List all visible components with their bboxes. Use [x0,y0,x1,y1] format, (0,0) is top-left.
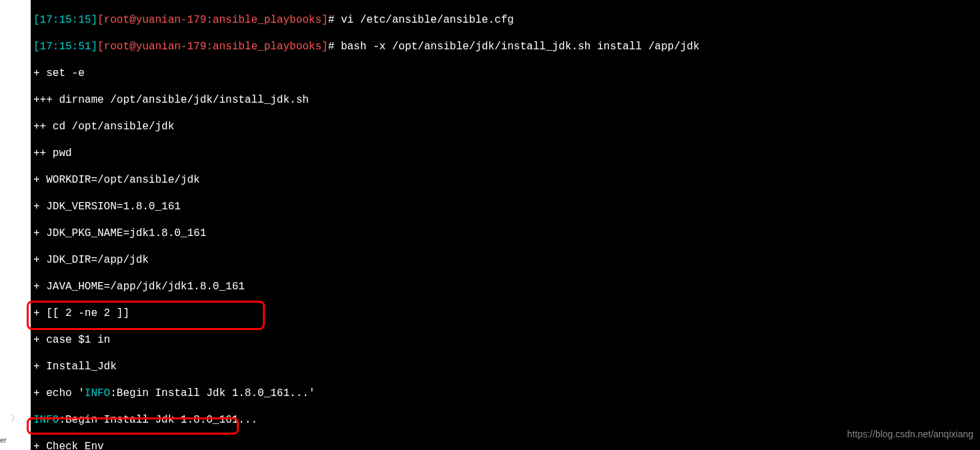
terminal-line: [17:15:51][root@yuanian-179:ansible_play… [33,40,977,53]
info-msg: :Begin Install Jdk 1.8.0_161... [59,414,258,426]
terminal-line: + [[ 2 -ne 2 ]] [33,307,977,320]
collapse-arrow: 〉 [11,412,20,425]
timestamp: [17:15:15] [33,14,97,26]
timestamp: [17:15:51] [33,41,97,53]
info-label: INFO [85,387,110,399]
terminal-line: ++ pwd [33,147,977,160]
terminal-line: + echo 'INFO:Begin Install Jdk 1.8.0_161… [33,387,977,400]
terminal-line: [17:15:15][root@yuanian-179:ansible_play… [33,13,977,27]
terminal-line: ++ cd /opt/ansible/jdk [33,120,977,133]
terminal-line: + JAVA_HOME=/app/jdk/jdk1.8.0_161 [33,280,977,293]
terminal-line: + Install_Jdk [33,360,977,373]
echo-text: + echo ' [33,387,85,399]
prompt: [root@yuanian-179:ansible_playbooks] [97,41,328,53]
echo-text: :Begin Install Jdk 1.8.0_161...' [110,387,315,399]
terminal-line: + JDK_PKG_NAME=jdk1.8.0_161 [33,227,977,240]
terminal-line: + WORKDIR=/opt/ansible/jdk [33,173,977,187]
terminal-line: + Check_Env [33,440,977,450]
terminal-line: + JDK_VERSION=1.8.0_161 [33,200,977,213]
prompt: [root@yuanian-179:ansible_playbooks] [97,14,328,26]
command: # bash -x /opt/ansible/jdk/install_jdk.s… [328,41,700,53]
terminal-output[interactable]: [17:15:15][root@yuanian-179:ansible_play… [31,0,980,450]
command: # vi /etc/ansible/ansible.cfg [328,14,514,26]
terminal-line: + case $1 in [33,333,977,347]
watermark-text: https://blog.csdn.net/anqixiang [847,427,973,441]
terminal-line: INFO:Begin Install Jdk 1.8.0_161... [33,413,977,427]
left-edge-text: er [0,433,7,447]
terminal-line: + JDK_DIR=/app/jdk [33,253,977,267]
terminal-line: + set -e [33,67,977,80]
terminal-line: +++ dirname /opt/ansible/jdk/install_jdk… [33,93,977,107]
info-label: INFO [33,414,59,426]
